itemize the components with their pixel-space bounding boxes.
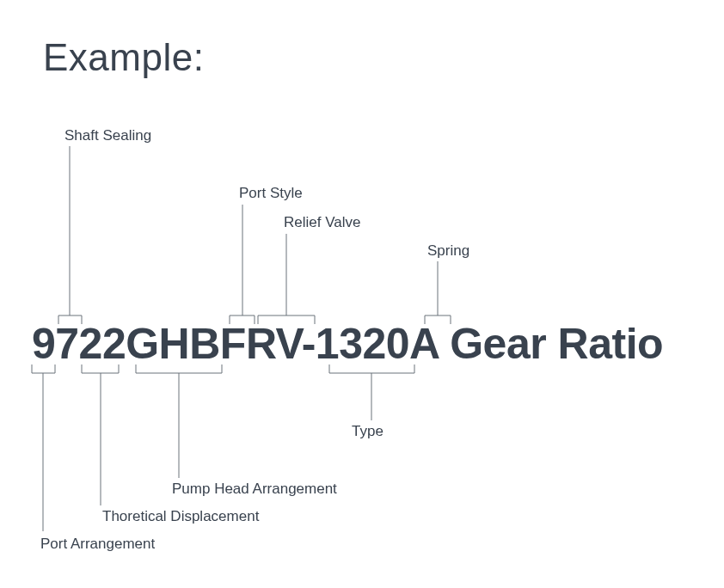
label-port-arrangement: Port Arrangement	[40, 536, 155, 553]
label-pump-head-arrangement: Pump Head Arrangement	[172, 481, 337, 498]
heading-example: Example:	[43, 36, 204, 79]
label-type: Type	[352, 423, 383, 440]
label-theoretical-displacement: Thoretical Displacement	[102, 508, 259, 525]
label-shaft-sealing: Shaft Sealing	[64, 127, 151, 144]
label-spring: Spring	[427, 242, 469, 260]
model-code: 9722GHBFRV-1320A Gear Ratio	[32, 319, 663, 369]
label-relief-valve: Relief Valve	[284, 214, 360, 231]
label-port-style: Port Style	[239, 185, 303, 202]
connector-lines	[0, 0, 724, 588]
